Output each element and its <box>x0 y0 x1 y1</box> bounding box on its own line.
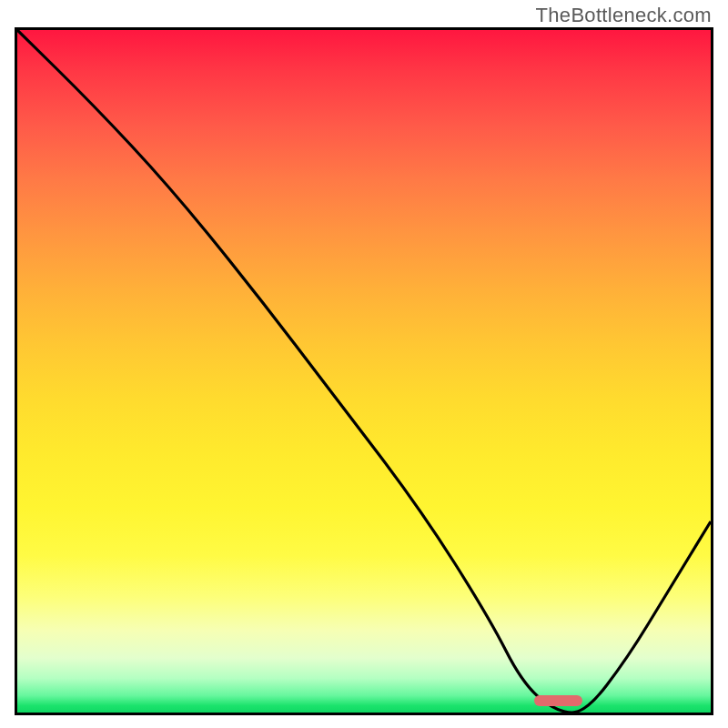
chart-frame <box>15 27 713 715</box>
watermark-text: TheBottleneck.com <box>536 4 712 27</box>
optimum-range-mark <box>534 695 582 706</box>
bottleneck-curve <box>17 30 711 713</box>
curve-path <box>17 30 711 713</box>
